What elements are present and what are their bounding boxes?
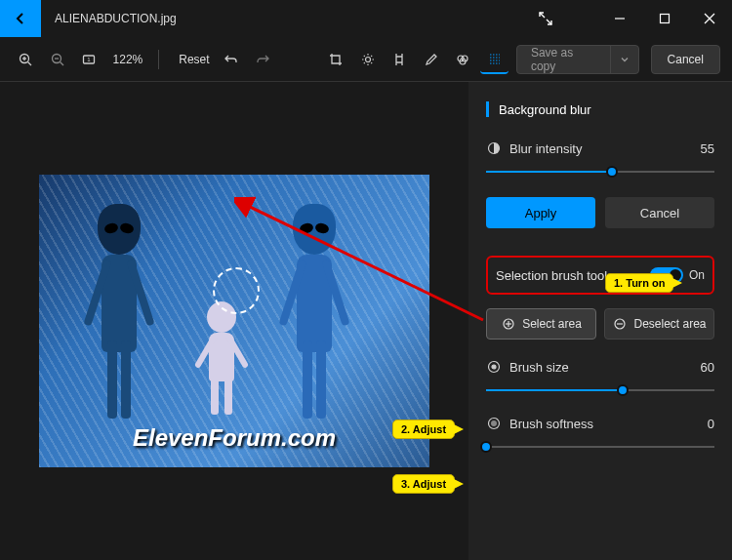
pen-icon [424, 52, 439, 67]
filename: ALIENABDUCTION.jpg [55, 12, 523, 25]
toggle-state-label: On [689, 268, 705, 282]
brush-size-row: Brush size 60 [486, 359, 714, 375]
svg-line-18 [363, 55, 364, 56]
zoom-fit-button[interactable]: 1 [75, 45, 103, 74]
redo-button[interactable] [249, 45, 277, 74]
toolbar: 1 122% Reset Save as copy Cancel [0, 37, 732, 82]
zoom-in-button[interactable] [12, 45, 40, 74]
zoom-in-icon [18, 52, 33, 67]
selection-brush-row: Selection brush tool On [486, 256, 714, 295]
background-blur-button[interactable] [480, 45, 508, 74]
blur-intensity-slider[interactable] [486, 164, 714, 180]
select-area-button[interactable]: Select area [486, 308, 596, 340]
brush-size-label: Brush size [509, 360, 569, 375]
undo-icon [224, 52, 239, 67]
callout-2: 2. Adjust [392, 420, 455, 439]
panel-title: Background blur [486, 101, 714, 117]
back-button[interactable] [0, 0, 41, 37]
brush-size-icon [486, 359, 502, 375]
zoom-out-icon [50, 52, 65, 67]
svg-point-13 [365, 57, 370, 61]
brush-cursor [213, 267, 260, 314]
brush-softness-value: 0 [708, 417, 714, 431]
maximize-button[interactable] [642, 0, 687, 37]
image-preview[interactable]: ElevenForum.com [39, 175, 429, 467]
brush-softness-icon [486, 416, 502, 431]
minimize-button[interactable] [597, 0, 642, 37]
crop-button[interactable] [322, 45, 350, 74]
toolbar-cancel-button[interactable]: Cancel [651, 45, 720, 74]
panel-cancel-button[interactable]: Cancel [605, 197, 714, 228]
blur-intensity-icon [486, 140, 502, 156]
svg-line-20 [363, 62, 364, 63]
svg-line-9 [60, 61, 63, 65]
brush-size-value: 60 [701, 360, 714, 375]
svg-line-5 [28, 61, 32, 65]
filter-icon [391, 52, 407, 67]
watermark: ElevenForum.com [39, 424, 429, 452]
save-as-copy-split-button: Save as copy [516, 45, 639, 74]
adjust-button[interactable] [353, 45, 382, 74]
content: ElevenForum.com Background blur Blur int… [0, 82, 732, 560]
brush-size-slider[interactable] [486, 382, 714, 398]
blur-intensity-value: 55 [701, 141, 714, 156]
brush-softness-row: Brush softness 0 [486, 416, 714, 431]
svg-point-34 [491, 420, 497, 426]
zoom-percent: 122% [113, 53, 143, 66]
window-controls [597, 0, 732, 37]
callout-3: 3. Adjust [392, 474, 455, 494]
svg-rect-1 [661, 15, 670, 23]
zoom-fit-icon: 1 [81, 52, 97, 67]
redo-icon [255, 52, 270, 67]
erase-button[interactable] [449, 45, 477, 74]
deselect-area-button[interactable]: Deselect area [604, 308, 714, 340]
filter-button[interactable] [386, 45, 414, 74]
brightness-icon [360, 52, 376, 67]
svg-point-32 [492, 365, 496, 369]
blur-icon [487, 51, 503, 66]
reset-button[interactable]: Reset [179, 53, 209, 66]
blur-intensity-row: Blur intensity 55 [486, 140, 714, 156]
fullscreen-button[interactable] [523, 0, 568, 37]
selection-brush-label: Selection brush tool [496, 268, 607, 283]
brush-softness-slider[interactable] [486, 439, 714, 455]
titlebar: ALIENABDUCTION.jpg [0, 0, 732, 37]
brush-softness-label: Brush softness [509, 417, 593, 431]
close-button[interactable] [687, 0, 732, 37]
apply-button[interactable]: Apply [486, 197, 595, 228]
blur-intensity-label: Blur intensity [509, 141, 582, 156]
svg-line-19 [371, 62, 372, 63]
callout-1: 1. Turn on [605, 273, 673, 293]
svg-text:1: 1 [88, 57, 92, 62]
save-as-copy-dropdown[interactable] [610, 46, 637, 73]
side-panel: Background blur Blur intensity 55 Apply … [468, 82, 732, 560]
plus-circle-icon [501, 316, 516, 332]
markup-button[interactable] [417, 45, 445, 74]
undo-button[interactable] [218, 45, 246, 74]
save-as-copy-button[interactable]: Save as copy [517, 46, 611, 73]
eraser-icon [455, 52, 470, 67]
svg-line-21 [371, 55, 372, 56]
crop-icon [328, 52, 344, 67]
zoom-out-button[interactable] [44, 45, 72, 74]
minus-circle-icon [612, 316, 628, 332]
